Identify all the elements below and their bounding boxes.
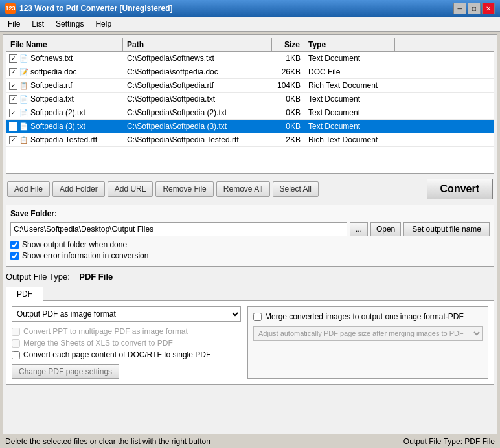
tab-right-panel: Merge converted images to output one ima… [247,306,488,379]
file-path: C:\Softpedia\Softpedia Tested.rtf [123,134,272,146]
row-checkbox[interactable]: ✓ [9,54,17,63]
file-type: Rich Text Document [304,80,395,91]
change-pdf-settings-button[interactable]: Change PDF page settings [12,364,119,379]
file-type: DOC File [304,66,395,78]
merge-xls-label: Merge the Sheets of XLS to convert to PD… [23,339,173,348]
file-size: 1KB [272,52,304,64]
show-output-folder-row: Show output folder when done [10,240,490,249]
file-size: 104KB [272,80,304,91]
main-area: File Name Path Size Type ✓ 📄 Softnews.tx… [3,34,497,440]
file-icon: 📋 [19,82,28,90]
window-title: 123 Word to Pdf Converter [Unregistered] [19,4,172,13]
convert-button[interactable]: Convert [427,179,493,199]
file-path: C:\Softpedia\softpedia.doc [123,66,272,78]
select-all-button[interactable]: Select All [273,181,319,197]
add-folder-button[interactable]: Add Folder [52,181,105,197]
status-bar-left: Delete the selected files or clear the l… [5,437,210,446]
remove-all-button[interactable]: Remove All [216,181,270,197]
col-header-path: Path [123,38,272,51]
file-icon: 📄 [19,95,28,104]
file-size: 0KB [272,120,304,132]
show-output-folder-label: Show output folder when done [22,240,127,249]
merge-xls-row: Merge the Sheets of XLS to convert to PD… [12,339,241,348]
file-type: Text Document [304,120,395,132]
row-checkbox[interactable]: ✓ [9,122,17,131]
tabs-area: PDF Output PDF as image format Output PD… [6,284,494,385]
output-type-section: Output File Type: PDF File [6,272,494,282]
convert-ppt-row: Convert PPT to multipage PDF as image fo… [12,327,241,336]
convert-doc-checkbox[interactable] [12,351,20,359]
save-folder-row: ... Open Set output file name [10,222,490,236]
file-size: 2KB [272,134,304,146]
add-file-button[interactable]: Add File [7,181,50,197]
tab-pdf[interactable]: PDF [6,287,43,301]
save-folder-section: Save Folder: ... Open Set output file na… [6,205,494,267]
file-type: Text Document [304,93,395,105]
table-row[interactable]: ✓ 📄 Softpedia.txt C:\Softpedia\Softpedia… [6,93,494,106]
file-name: Softpedia (2).txt [30,108,85,117]
file-path: C:\Softpedia\Softpedia.rtf [123,80,272,91]
save-folder-label: Save Folder: [10,209,490,218]
menu-bar: File List Settings Help [0,17,500,32]
row-checkbox[interactable]: ✓ [9,109,17,117]
row-checkbox[interactable]: ✓ [9,68,17,76]
show-error-label: Show error information in conversion [22,251,148,260]
status-bar: Delete the selected files or clear the l… [0,434,500,448]
merge-images-checkbox[interactable] [253,313,262,321]
show-error-row: Show error information in conversion [10,251,490,260]
merge-images-label: Merge converted images to output one ima… [265,312,464,321]
file-type: Text Document [304,52,395,64]
merge-xls-checkbox [12,339,20,348]
tab-left-panel: Output PDF as image format Output PDF as… [12,306,241,379]
row-checkbox[interactable]: ✓ [9,136,17,144]
save-folder-input[interactable] [10,222,347,236]
table-row[interactable]: ✓ 📄 Softpedia (3).txt C:\Softpedia\Softp… [6,120,494,133]
file-icon: 📝 [19,68,28,76]
remove-file-button[interactable]: Remove File [155,181,213,197]
minimize-button[interactable]: ─ [453,3,466,14]
close-button[interactable]: ✕ [482,3,495,14]
window-controls[interactable]: ─ □ ✕ [453,3,495,14]
row-checkbox[interactable]: ✓ [9,82,17,90]
menu-list[interactable]: List [27,18,49,30]
table-row[interactable]: ✓ 📋 Softpedia Tested.rtf C:\Softpedia\So… [6,133,494,147]
col-header-size: Size [272,38,304,51]
file-list-header: File Name Path Size Type [6,38,494,52]
title-bar: 123 123 Word to Pdf Converter [Unregiste… [0,0,500,17]
file-name: Softpedia (3).txt [30,122,85,131]
file-path: C:\Softpedia\Softnews.txt [123,52,272,64]
browse-button[interactable]: ... [350,222,368,236]
open-button[interactable]: Open [370,222,401,236]
row-checkbox[interactable]: ✓ [9,95,17,104]
menu-help[interactable]: Help [90,18,117,30]
status-bar-right: Output File Type: PDF File [403,437,495,446]
show-output-folder-checkbox[interactable] [10,241,19,249]
file-icon: 📄 [19,109,28,117]
file-type: Rich Text Document [304,134,395,146]
table-row[interactable]: ✓ 📝 softpedia.doc C:\Softpedia\softpedia… [6,65,494,79]
convert-doc-label: Convert each page content of DOC/RTF to … [23,350,210,359]
tabs-row: PDF [6,287,494,300]
file-icon: 📄 [19,54,28,63]
app-icon: 123 [5,3,16,14]
table-row[interactable]: ✓ 📋 Softpedia.rtf C:\Softpedia\Softpedia… [6,79,494,93]
maximize-button[interactable]: □ [468,3,481,14]
set-output-file-name-button[interactable]: Set output file name [403,222,490,236]
convert-doc-row: Convert each page content of DOC/RTF to … [12,350,241,359]
table-row[interactable]: ✓ 📄 Softnews.txt C:\Softpedia\Softnews.t… [6,52,494,65]
file-icon: 📋 [19,136,28,144]
file-size: 0KB [272,93,304,105]
file-list-body: ✓ 📄 Softnews.txt C:\Softpedia\Softnews.t… [6,52,494,171]
file-type: Text Document [304,107,395,118]
output-format-dropdown[interactable]: Output PDF as image format Output PDF as… [12,306,241,322]
menu-file[interactable]: File [3,18,25,30]
tab-content: Output PDF as image format Output PDF as… [6,300,494,385]
merge-images-row: Merge converted images to output one ima… [253,312,483,321]
output-type-value: PDF File [79,272,113,282]
add-url-button[interactable]: Add URL [108,181,153,197]
show-error-checkbox[interactable] [10,252,19,260]
file-size: 26KB [272,66,304,78]
action-buttons-row: Add File Add Folder Add URL Remove File … [3,176,497,202]
table-row[interactable]: ✓ 📄 Softpedia (2).txt C:\Softpedia\Softp… [6,106,494,120]
menu-settings[interactable]: Settings [51,18,89,30]
